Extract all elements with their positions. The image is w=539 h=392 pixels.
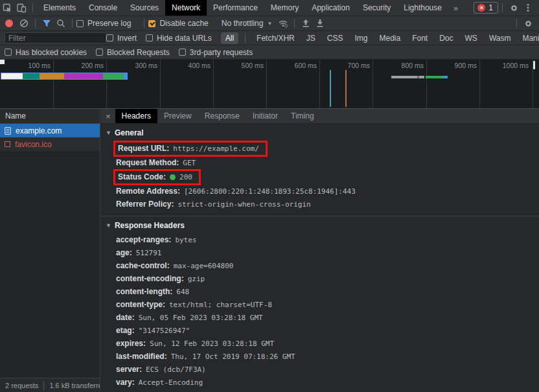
filter-type-fetchxhr[interactable]: Fetch/XHR [252, 32, 299, 44]
header-value: strict-origin-when-cross-origin [178, 200, 310, 209]
header-key: Status Code: [118, 172, 166, 181]
tab-timing[interactable]: Timing [284, 109, 321, 123]
error-icon: × [477, 4, 485, 12]
tab-memory[interactable]: Memory [264, 0, 305, 16]
domcontentloaded-line [330, 70, 331, 107]
filter-type-font[interactable]: Font [407, 32, 432, 44]
request-name: favicon.ico [15, 140, 52, 149]
error-count-badge[interactable]: × 1 [474, 2, 498, 14]
disable-cache-checkbox[interactable]: Disable cache [148, 19, 208, 28]
invert-checkbox[interactable]: Invert [106, 34, 137, 43]
divider [245, 34, 246, 43]
checkbox-unchecked[interactable] [179, 49, 186, 56]
filter-funnel-icon[interactable] [40, 17, 54, 30]
filter-type-ws[interactable]: WS [461, 32, 482, 44]
header-row-referrer-policy: Referrer Policy:strict-origin-when-cross… [101, 198, 539, 211]
error-count: 1 [488, 3, 493, 12]
filter-type-css[interactable]: CSS [323, 32, 348, 44]
has-blocked-cookies-label: Has blocked cookies [16, 48, 87, 57]
kebab-menu-icon[interactable] [521, 1, 535, 14]
close-icon[interactable]: × [101, 111, 115, 121]
more-tabs-icon[interactable]: » [448, 3, 463, 13]
filter-type-img[interactable]: Img [350, 32, 372, 44]
waterfall-bar-example-com[interactable] [1, 73, 128, 80]
filter-type-all[interactable]: All [221, 32, 238, 44]
tab-performance[interactable]: Performance [207, 0, 264, 16]
disclosure-triangle-icon: ▼ [106, 222, 111, 229]
general-section-header[interactable]: ▼ General [101, 124, 539, 141]
filter-type-js[interactable]: JS [302, 32, 320, 44]
tab-elements[interactable]: Elements [37, 0, 82, 16]
header-value: GET [183, 159, 196, 167]
blocked-requests-checkbox[interactable]: Blocked Requests [96, 48, 170, 57]
gridline [213, 60, 214, 108]
divider [294, 19, 295, 28]
header-value: "3147526947" [139, 327, 190, 335]
header-row: x-cache:HIT [101, 389, 539, 392]
checkbox-unchecked[interactable] [76, 20, 84, 27]
phase-dns [23, 73, 40, 79]
checkbox-unchecked[interactable] [5, 49, 12, 56]
header-key: expires: [116, 339, 146, 348]
header-row-request-url: Request URL:https://example.com/ [101, 141, 539, 156]
request-name: example.com [16, 126, 62, 135]
tab-application[interactable]: Application [305, 0, 356, 16]
checkbox-checked[interactable] [148, 20, 155, 27]
search-icon[interactable] [54, 17, 68, 30]
response-headers-section-header[interactable]: ▼ Response Headers [101, 216, 539, 233]
document-icon [5, 127, 11, 135]
filter-type-manifest[interactable]: Manifest [518, 32, 539, 44]
tab-response[interactable]: Response [198, 109, 246, 123]
request-row-example-com[interactable]: example.com [0, 124, 100, 137]
tick-label: 400 ms [161, 62, 211, 69]
network-filter-bar: Invert Hide data URLs All Fetch/XHR JS C… [0, 31, 539, 45]
gridline [53, 60, 54, 108]
divider [35, 19, 36, 28]
import-har-icon[interactable] [299, 17, 313, 30]
throttling-dropdown[interactable]: No throttling ▼ [222, 19, 273, 28]
header-value: max-age=604800 [174, 262, 234, 270]
tab-headers[interactable]: Headers [115, 109, 157, 123]
header-row: content-length:648 [101, 285, 539, 298]
checkbox-unchecked[interactable] [106, 34, 113, 41]
phase-waiting [103, 73, 124, 79]
request-details-pane: × Headers Preview Response Initiator Tim… [101, 109, 539, 392]
tab-security[interactable]: Security [356, 0, 397, 16]
inspect-element-icon[interactable] [0, 1, 14, 14]
filter-type-doc[interactable]: Doc [435, 32, 457, 44]
network-conditions-icon[interactable] [276, 17, 290, 30]
device-toolbar-icon[interactable] [14, 1, 29, 14]
filter-type-wasm[interactable]: Wasm [485, 32, 516, 44]
tab-sources[interactable]: Sources [124, 0, 165, 16]
hide-data-urls-checkbox[interactable]: Hide data URLs [146, 34, 212, 43]
third-party-requests-checkbox[interactable]: 3rd-party requests [179, 48, 253, 57]
tab-lighthouse[interactable]: Lighthouse [397, 0, 448, 16]
header-row-remote-address: Remote Address:[2606:2800:220:1:248:1893… [101, 185, 539, 198]
phase-queueing [1, 73, 23, 79]
tick-label: 500 ms [214, 62, 264, 69]
network-settings-gear-icon[interactable] [521, 17, 535, 30]
filter-input[interactable] [5, 32, 106, 43]
network-overview-timeline[interactable]: 100 ms 200 ms 300 ms 400 ms 500 ms 600 m… [0, 60, 539, 109]
clear-icon[interactable] [17, 17, 31, 30]
waterfall-bar-favicon[interactable] [391, 76, 448, 78]
phase-stalled [419, 76, 424, 78]
checkbox-unchecked[interactable] [146, 34, 153, 41]
overview-right-handle[interactable] [533, 61, 535, 69]
tab-console[interactable]: Console [82, 0, 124, 16]
filter-type-media[interactable]: Media [374, 32, 405, 44]
header-value: 648 [176, 288, 189, 296]
request-row-favicon[interactable]: favicon.ico [0, 137, 100, 151]
tab-initiator[interactable]: Initiator [246, 109, 284, 123]
tab-preview[interactable]: Preview [157, 109, 198, 123]
record-button[interactable] [5, 19, 13, 27]
overview-left-handle[interactable] [0, 60, 5, 64]
settings-gear-icon[interactable] [507, 1, 521, 14]
checkbox-unchecked[interactable] [96, 49, 103, 56]
export-har-icon[interactable] [313, 17, 327, 30]
tab-network[interactable]: Network [165, 0, 207, 16]
header-value: Sun, 05 Feb 2023 03:28:18 GMT [139, 314, 263, 322]
column-header-name[interactable]: Name [0, 109, 100, 124]
has-blocked-cookies-checkbox[interactable]: Has blocked cookies [5, 48, 87, 57]
preserve-log-checkbox[interactable]: Preserve log [76, 19, 131, 28]
